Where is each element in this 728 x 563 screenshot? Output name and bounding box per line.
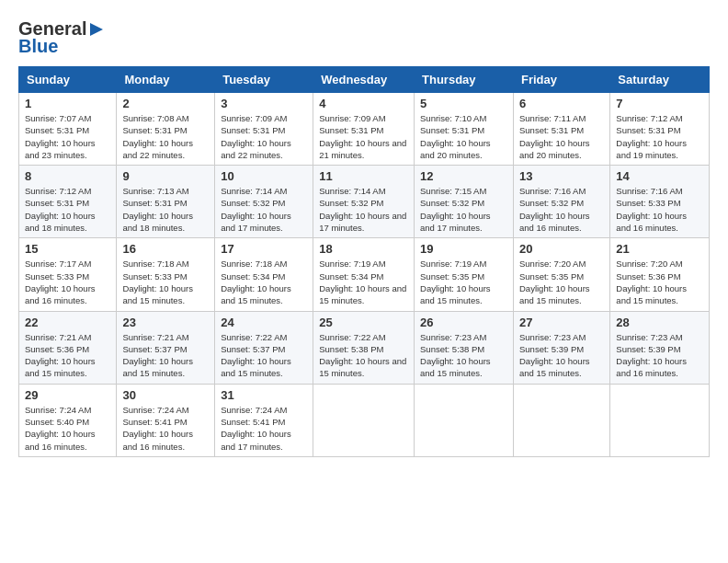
calendar-cell: 5 Sunrise: 7:10 AMSunset: 5:31 PMDayligh… <box>415 93 514 166</box>
logo: General Blue <box>18 18 105 57</box>
day-number: 7 <box>616 97 703 110</box>
day-number: 17 <box>221 242 307 256</box>
calendar-week-5: 29 Sunrise: 7:24 AMSunset: 5:40 PMDaylig… <box>19 384 710 456</box>
calendar-cell: 20 Sunrise: 7:20 AMSunset: 5:35 PMDaylig… <box>513 238 609 311</box>
calendar-cell: 24 Sunrise: 7:22 AMSunset: 5:37 PMDaylig… <box>215 311 313 384</box>
cell-info: Sunrise: 7:07 AMSunset: 5:31 PMDaylight:… <box>25 112 110 161</box>
calendar-week-1: 1 Sunrise: 7:07 AMSunset: 5:31 PMDayligh… <box>19 93 710 166</box>
cell-info: Sunrise: 7:18 AMSunset: 5:33 PMDaylight:… <box>122 258 209 306</box>
cell-info: Sunrise: 7:24 AMSunset: 5:41 PMDaylight:… <box>221 404 307 453</box>
calendar-cell: 23 Sunrise: 7:21 AMSunset: 5:37 PMDaylig… <box>117 311 215 384</box>
cell-info: Sunrise: 7:24 AMSunset: 5:40 PMDaylight:… <box>25 404 110 453</box>
cell-info: Sunrise: 7:11 AMSunset: 5:31 PMDaylight:… <box>519 112 604 161</box>
cell-info: Sunrise: 7:15 AMSunset: 5:32 PMDaylight:… <box>420 185 507 234</box>
cell-info: Sunrise: 7:12 AMSunset: 5:31 PMDaylight:… <box>616 112 703 161</box>
day-number: 15 <box>25 242 110 256</box>
calendar-cell: 12 Sunrise: 7:15 AMSunset: 5:32 PMDaylig… <box>415 166 514 238</box>
day-number: 25 <box>319 316 408 329</box>
day-header-thursday: Thursday <box>415 67 514 93</box>
day-number: 14 <box>616 169 703 183</box>
day-number: 9 <box>122 169 209 183</box>
day-number: 18 <box>319 242 408 256</box>
day-number: 16 <box>122 242 209 256</box>
calendar-table: SundayMondayTuesdayWednesdayThursdayFrid… <box>18 66 710 457</box>
calendar-cell <box>415 384 514 456</box>
calendar-cell <box>313 384 415 456</box>
day-number: 29 <box>25 388 110 402</box>
day-number: 12 <box>420 169 507 183</box>
day-number: 27 <box>519 316 604 329</box>
calendar-week-4: 22 Sunrise: 7:21 AMSunset: 5:36 PMDaylig… <box>19 311 710 384</box>
day-number: 13 <box>519 169 604 183</box>
cell-info: Sunrise: 7:09 AMSunset: 5:31 PMDaylight:… <box>221 112 307 161</box>
day-header-saturday: Saturday <box>610 67 710 93</box>
cell-info: Sunrise: 7:21 AMSunset: 5:37 PMDaylight:… <box>122 331 209 380</box>
calendar-cell: 27 Sunrise: 7:23 AMSunset: 5:39 PMDaylig… <box>513 311 609 384</box>
calendar-cell: 28 Sunrise: 7:23 AMSunset: 5:39 PMDaylig… <box>610 311 710 384</box>
cell-info: Sunrise: 7:22 AMSunset: 5:37 PMDaylight:… <box>221 331 307 380</box>
day-number: 20 <box>519 242 604 256</box>
cell-info: Sunrise: 7:12 AMSunset: 5:31 PMDaylight:… <box>25 185 110 234</box>
calendar-cell: 21 Sunrise: 7:20 AMSunset: 5:36 PMDaylig… <box>610 238 710 311</box>
day-number: 8 <box>25 169 110 183</box>
calendar-cell: 13 Sunrise: 7:16 AMSunset: 5:32 PMDaylig… <box>513 166 609 238</box>
calendar-cell: 25 Sunrise: 7:22 AMSunset: 5:38 PMDaylig… <box>313 311 415 384</box>
cell-info: Sunrise: 7:23 AMSunset: 5:39 PMDaylight:… <box>616 331 703 380</box>
day-number: 19 <box>420 242 507 256</box>
day-number: 2 <box>122 97 209 110</box>
cell-info: Sunrise: 7:23 AMSunset: 5:38 PMDaylight:… <box>420 331 507 380</box>
calendar-cell: 9 Sunrise: 7:13 AMSunset: 5:31 PMDayligh… <box>117 166 215 238</box>
calendar-cell: 19 Sunrise: 7:19 AMSunset: 5:35 PMDaylig… <box>415 238 514 311</box>
cell-info: Sunrise: 7:23 AMSunset: 5:39 PMDaylight:… <box>519 331 604 380</box>
calendar-cell: 6 Sunrise: 7:11 AMSunset: 5:31 PMDayligh… <box>513 93 609 166</box>
calendar-cell: 22 Sunrise: 7:21 AMSunset: 5:36 PMDaylig… <box>19 311 117 384</box>
day-number: 23 <box>122 316 209 329</box>
calendar-cell: 30 Sunrise: 7:24 AMSunset: 5:41 PMDaylig… <box>117 384 215 456</box>
cell-info: Sunrise: 7:17 AMSunset: 5:33 PMDaylight:… <box>25 258 110 306</box>
day-header-friday: Friday <box>513 67 609 93</box>
day-number: 6 <box>519 97 604 110</box>
calendar-cell: 15 Sunrise: 7:17 AMSunset: 5:33 PMDaylig… <box>19 238 117 311</box>
calendar-cell: 4 Sunrise: 7:09 AMSunset: 5:31 PMDayligh… <box>313 93 415 166</box>
cell-info: Sunrise: 7:19 AMSunset: 5:35 PMDaylight:… <box>420 258 507 306</box>
calendar-cell <box>513 384 609 456</box>
calendar-cell: 11 Sunrise: 7:14 AMSunset: 5:32 PMDaylig… <box>313 166 415 238</box>
calendar-cell: 31 Sunrise: 7:24 AMSunset: 5:41 PMDaylig… <box>215 384 313 456</box>
day-number: 24 <box>221 316 307 329</box>
day-number: 3 <box>221 97 307 110</box>
calendar-cell: 14 Sunrise: 7:16 AMSunset: 5:33 PMDaylig… <box>610 166 710 238</box>
cell-info: Sunrise: 7:20 AMSunset: 5:36 PMDaylight:… <box>616 258 703 306</box>
cell-info: Sunrise: 7:20 AMSunset: 5:35 PMDaylight:… <box>519 258 604 306</box>
cell-info: Sunrise: 7:22 AMSunset: 5:38 PMDaylight:… <box>319 331 408 380</box>
calendar-cell: 10 Sunrise: 7:14 AMSunset: 5:32 PMDaylig… <box>215 166 313 238</box>
day-number: 11 <box>319 169 408 183</box>
calendar-cell: 7 Sunrise: 7:12 AMSunset: 5:31 PMDayligh… <box>610 93 710 166</box>
cell-info: Sunrise: 7:19 AMSunset: 5:34 PMDaylight:… <box>319 258 408 306</box>
day-number: 21 <box>616 242 703 256</box>
cell-info: Sunrise: 7:21 AMSunset: 5:36 PMDaylight:… <box>25 331 110 380</box>
calendar-cell: 16 Sunrise: 7:18 AMSunset: 5:33 PMDaylig… <box>117 238 215 311</box>
calendar-cell: 17 Sunrise: 7:18 AMSunset: 5:34 PMDaylig… <box>215 238 313 311</box>
calendar-cell: 29 Sunrise: 7:24 AMSunset: 5:40 PMDaylig… <box>19 384 117 456</box>
calendar-week-3: 15 Sunrise: 7:17 AMSunset: 5:33 PMDaylig… <box>19 238 710 311</box>
day-header-wednesday: Wednesday <box>313 67 415 93</box>
svg-marker-0 <box>90 23 103 36</box>
cell-info: Sunrise: 7:14 AMSunset: 5:32 PMDaylight:… <box>319 185 408 234</box>
logo-arrow-icon <box>88 21 105 38</box>
calendar-cell: 3 Sunrise: 7:09 AMSunset: 5:31 PMDayligh… <box>215 93 313 166</box>
calendar-cell: 18 Sunrise: 7:19 AMSunset: 5:34 PMDaylig… <box>313 238 415 311</box>
day-number: 4 <box>319 97 408 110</box>
day-number: 5 <box>420 97 507 110</box>
calendar-week-2: 8 Sunrise: 7:12 AMSunset: 5:31 PMDayligh… <box>19 166 710 238</box>
header: General Blue <box>18 18 710 57</box>
day-number: 28 <box>616 316 703 329</box>
day-number: 22 <box>25 316 110 329</box>
calendar-cell <box>610 384 710 456</box>
day-number: 10 <box>221 169 307 183</box>
cell-info: Sunrise: 7:14 AMSunset: 5:32 PMDaylight:… <box>221 185 307 234</box>
calendar-cell: 8 Sunrise: 7:12 AMSunset: 5:31 PMDayligh… <box>19 166 117 238</box>
calendar-cell: 1 Sunrise: 7:07 AMSunset: 5:31 PMDayligh… <box>19 93 117 166</box>
day-header-monday: Monday <box>117 67 215 93</box>
day-number: 30 <box>122 388 209 402</box>
calendar-cell: 26 Sunrise: 7:23 AMSunset: 5:38 PMDaylig… <box>415 311 514 384</box>
